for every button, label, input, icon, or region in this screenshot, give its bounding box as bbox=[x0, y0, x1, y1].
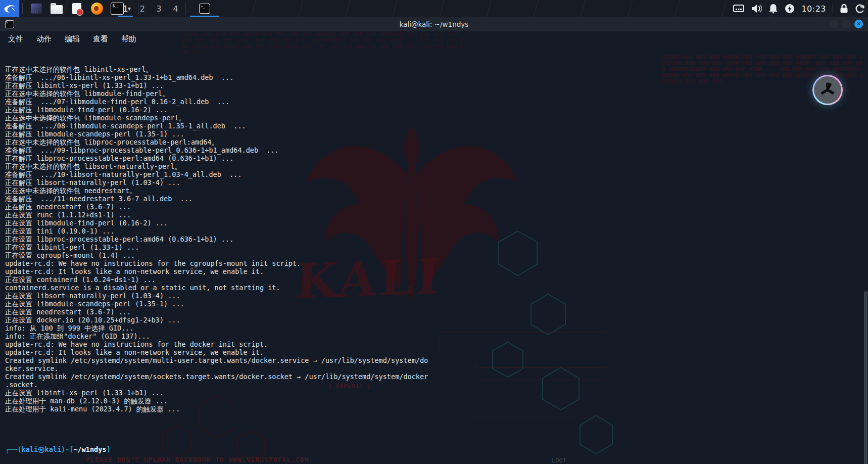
app-window-icon bbox=[31, 4, 42, 14]
terminal-line: 正在解压 libmodule-find-perl (0.16-2) ... bbox=[5, 106, 860, 114]
terminal-line: 正在解压 needrestart (3.6-7) ... bbox=[5, 203, 860, 211]
terminal-line: update-rc.d: It looks like a non-network… bbox=[5, 348, 860, 356]
volume-icon[interactable] bbox=[751, 4, 762, 14]
system-tray: 10:23 bbox=[733, 0, 865, 17]
terminal-output: 正在选中未选择的软件包 libintl-xs-perl。准备解压 .../06-… bbox=[5, 65, 860, 421]
prompt-path: ~/w1ndys bbox=[73, 445, 106, 453]
terminal-line: 正在选中未选择的软件包 libmodule-find-perl。 bbox=[5, 89, 860, 98]
triskelion-logo-icon[interactable] bbox=[812, 75, 843, 105]
kali-menu-button[interactable] bbox=[0, 0, 19, 17]
terminal-line: 正在解压 libintl-xs-perl (1.33-1+b1) ... bbox=[5, 81, 860, 89]
workspace-1[interactable]: 1 bbox=[117, 0, 134, 17]
terminal-line: 正在解压 libsort-naturally-perl (1.03-4) ... bbox=[5, 178, 860, 187]
terminal-line: 准备解压 .../07-libmodule-find-perl_0.16-2_a… bbox=[5, 98, 860, 106]
terminal-content[interactable]: 正在选中未选择的软件包 libintl-xs-perl。准备解压 .../06-… bbox=[0, 47, 865, 464]
terminal-line: 准备解压 .../09-libproc-processtable-perl_0.… bbox=[5, 146, 860, 154]
terminal-menubar: 文件 动作 编辑 查看 帮助 bbox=[0, 31, 868, 47]
workspace-2[interactable]: 2 bbox=[134, 0, 151, 17]
terminal-line: .socket. bbox=[5, 381, 860, 389]
file-manager-launcher[interactable] bbox=[50, 2, 63, 15]
top-panel: $_ ▾ 1 2 3 4 >_ bbox=[0, 0, 868, 17]
terminal-line: 正在设置 containerd (1.6.24~ds1-1) ... bbox=[5, 275, 860, 284]
menu-actions[interactable]: 动作 bbox=[36, 34, 52, 44]
terminal-line: update-rc.d: We have no instructions for… bbox=[5, 340, 860, 348]
text-editor-icon bbox=[72, 3, 81, 14]
triskelion-glyph bbox=[819, 81, 836, 99]
menu-view[interactable]: 查看 bbox=[93, 34, 108, 44]
terminal-line: 正在选中未选择的软件包 libmodule-scandeps-perl。 bbox=[5, 114, 860, 122]
terminal-line: update-rc.d: It looks like a non-network… bbox=[5, 267, 860, 275]
prompt-line-1: ┌──(kali㉿kali)-[~/w1ndys] bbox=[5, 445, 860, 453]
terminal-line: 准备解压 .../08-libmodule-scandeps-perl_1.35… bbox=[5, 122, 860, 130]
window-titlebar[interactable]: >_ kali@kali: ~/w1ndys ✕ bbox=[0, 17, 868, 31]
maximize-button[interactable] bbox=[842, 20, 851, 28]
terminal-line: 正在处理用于 man-db (2.12.0-3) 的触发器 ... bbox=[5, 397, 860, 405]
terminal-line: containerd.service is a disabled or a st… bbox=[5, 284, 860, 292]
app-window-launcher[interactable] bbox=[30, 2, 43, 15]
kali-logo-icon bbox=[4, 3, 16, 14]
terminal-line: 正在设置 needrestart (3.6-7) ... bbox=[5, 308, 860, 316]
lock-icon[interactable] bbox=[840, 4, 848, 14]
notification-bell-icon[interactable] bbox=[768, 4, 778, 14]
prompt-frame: ┌──( bbox=[5, 445, 22, 453]
terminal-line: 正在设置 libproc-processtable-perl:amd64 (0.… bbox=[5, 235, 860, 243]
taskbar-terminal-window[interactable]: >_ bbox=[189, 0, 220, 17]
text-editor-launcher[interactable] bbox=[70, 2, 83, 15]
terminal-line: 正在选中未选择的软件包 libproc-processtable-perl:am… bbox=[5, 138, 860, 146]
terminal-line: 正在设置 tini (0.19.0-1) ... bbox=[5, 227, 860, 235]
terminal-line: 正在选中未选择的软件包 needrestart。 bbox=[5, 187, 860, 195]
terminal-window[interactable]: KALI d8888 d8b 888 888 d8888 888 Y8P 888… bbox=[0, 31, 868, 464]
workspace-4[interactable]: 4 bbox=[167, 0, 184, 17]
terminal-line: 正在设置 libsort-naturally-perl (1.03-4) ... bbox=[5, 292, 860, 300]
terminal-line: 正在设置 cgroupfs-mount (1.4) ... bbox=[5, 251, 860, 259]
terminal-window-icon: >_ bbox=[5, 20, 14, 28]
panel-separator bbox=[185, 3, 185, 14]
terminal-line: 正在选中未选择的软件包 libintl-xs-perl。 bbox=[5, 65, 860, 73]
firefox-icon bbox=[91, 3, 103, 15]
terminal-line: 正在选中未选择的软件包 libsort-naturally-perl。 bbox=[5, 162, 860, 170]
terminal-scrollbar[interactable] bbox=[864, 63, 867, 464]
terminal-line: 正在设置 docker.io (20.10.25+dfsg1-2+b3) ... bbox=[5, 316, 860, 324]
terminal-line: 正在设置 libintl-perl (1.33-1) ... bbox=[5, 243, 860, 251]
terminal-line: 正在设置 runc (1.1.12+ds1-1) ... bbox=[5, 211, 860, 219]
power-manager-icon[interactable] bbox=[785, 4, 795, 14]
terminal-line: 正在设置 libintl-xs-perl (1.33-1+b1) ... bbox=[5, 389, 860, 397]
workspace-switcher: 1 2 3 4 bbox=[117, 0, 184, 17]
terminal-line: update-rc.d: We have no instructions for… bbox=[5, 259, 860, 267]
terminal-line: 准备解压 .../11-needrestart_3.6-7_all.deb ..… bbox=[5, 195, 860, 203]
menu-help[interactable]: 帮助 bbox=[121, 34, 136, 44]
terminal-line: Created symlink /etc/systemd/system/sock… bbox=[5, 373, 860, 381]
menu-edit[interactable]: 编辑 bbox=[65, 34, 80, 44]
terminal-line: 正在解压 libmodule-scandeps-perl (1.35-1) ..… bbox=[5, 130, 860, 138]
terminal-line: 准备解压 .../06-libintl-xs-perl_1.33-1+b1_am… bbox=[5, 73, 860, 81]
terminal-line bbox=[5, 413, 860, 421]
desktop: KALI d8888 d8b 888 888 d8888 888 Y8P 888… bbox=[0, 0, 868, 464]
logout-icon[interactable] bbox=[855, 4, 865, 14]
terminal-line: 正在设置 libmodule-scandeps-perl (1.35-1) ..… bbox=[5, 300, 860, 308]
network-icon[interactable] bbox=[733, 4, 744, 13]
firefox-launcher[interactable] bbox=[90, 2, 104, 15]
terminal-line: info: 正在添加组"docker" (GID 137)... bbox=[5, 332, 860, 340]
terminal-line: 正在处理用于 kali-menu (2023.4.7) 的触发器 ... bbox=[5, 405, 860, 413]
terminal-line: 正在解压 libproc-processtable-perl:amd64 (0.… bbox=[5, 154, 860, 162]
scrollbar-handle[interactable] bbox=[864, 291, 867, 464]
workspace-3[interactable]: 3 bbox=[151, 0, 167, 17]
panel-separator bbox=[22, 3, 23, 14]
terminal-line: cker.service. bbox=[5, 364, 860, 373]
taskbar-terminal-icon: >_ bbox=[199, 4, 210, 14]
menu-file[interactable]: 文件 bbox=[8, 34, 23, 44]
folder-icon bbox=[51, 5, 63, 14]
close-button[interactable]: ✕ bbox=[854, 20, 863, 28]
terminal-line: Created symlink /etc/systemd/system/mult… bbox=[5, 356, 860, 364]
terminal-line: 准备解压 .../10-libsort-naturally-perl_1.03-… bbox=[5, 170, 860, 178]
panel-separator bbox=[833, 3, 833, 14]
clock[interactable]: 10:23 bbox=[801, 4, 826, 14]
window-title: kali@kali: ~/w1ndys bbox=[400, 20, 469, 28]
prompt-user-host: kali㉿kali bbox=[22, 445, 62, 453]
minimize-button[interactable] bbox=[830, 20, 839, 28]
terminal-line: info: 从 100 到 999 中选择 GID... bbox=[5, 324, 860, 332]
terminal-line: 正在设置 libmodule-find-perl (0.16-2) ... bbox=[5, 219, 860, 227]
